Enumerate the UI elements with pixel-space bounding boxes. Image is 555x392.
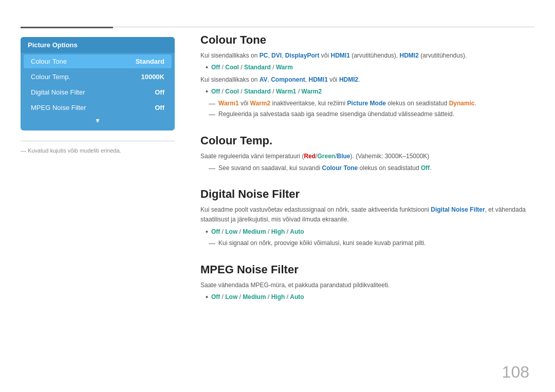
menu-value-digital-noise: Off [155, 88, 164, 96]
colour-tone-dash2: — Reguleerida ja salvestada saab iga sea… [200, 109, 534, 120]
section-mpeg-noise: MPEG Noise Filter Saate vähendada MPEG-m… [200, 263, 534, 303]
menu-down-arrow: ▼ [21, 116, 175, 126]
section-colour-tone: Colour Tone Kui sisendallikaks on PC, DV… [200, 33, 534, 120]
mpeg-noise-body: Saate vähendada MPEG-müra, et pakkuda pa… [200, 281, 534, 303]
digital-noise-body: Kui seadme poolt vastuvõetav edastussign… [200, 205, 534, 248]
section-digital-noise: Digital Noise Filter Kui seadme poolt va… [200, 188, 534, 248]
colour-tone-bullet1: • Off / Cool / Standard / Warm [200, 63, 534, 73]
mpeg-noise-bullet1: • Off / Low / Medium / High / Auto [200, 292, 534, 303]
menu-value-mpeg-noise: Off [155, 104, 164, 111]
colour-tone-title: Colour Tone [200, 33, 534, 47]
left-panel: Picture Options Colour Tone Standard Col… [21, 37, 175, 154]
menu-label-colour-temp: Colour Temp. [31, 73, 70, 81]
menu-value-colour-tone: Standard [136, 58, 164, 65]
digital-noise-title: Digital Noise Filter [200, 188, 534, 201]
right-panel: Colour Tone Kui sisendallikaks on PC, DV… [200, 33, 534, 317]
menu-item-digital-noise[interactable]: Digital Noise Filter Off [24, 85, 172, 99]
page-number: 108 [502, 363, 529, 382]
colour-temp-body: Saate reguleerida värvi temperatuuri (Re… [200, 152, 534, 174]
colour-tone-p1: Kui sisendallikaks on PC, DVI, DisplayPo… [200, 51, 534, 61]
menu-label-mpeg-noise: MPEG Noise Filter [31, 104, 86, 111]
colour-tone-body: Kui sisendallikaks on PC, DVI, DisplayPo… [200, 51, 534, 120]
colour-temp-dash1: — See suvand on saadaval, kui suvandi Co… [200, 163, 534, 174]
menu-label-digital-noise: Digital Noise Filter [31, 88, 85, 96]
picture-options-box: Picture Options Colour Tone Standard Col… [21, 37, 175, 130]
menu-item-colour-temp[interactable]: Colour Temp. 10000K [24, 70, 172, 84]
digital-noise-dash1: — Kui signaal on nõrk, proovige kõiki võ… [200, 238, 534, 249]
top-divider-accent [21, 27, 113, 28]
menu-label-colour-tone: Colour Tone [31, 58, 67, 65]
colour-tone-dash1: — Warm1 või Warm2 inaktiveeritakse, kui … [200, 99, 534, 109]
menu-item-mpeg-noise[interactable]: MPEG Noise Filter Off [24, 101, 172, 115]
section-colour-temp: Colour Temp. Saate reguleerida värvi tem… [200, 134, 534, 174]
mpeg-noise-title: MPEG Noise Filter [200, 263, 534, 276]
colour-temp-title: Colour Temp. [200, 134, 534, 147]
digital-noise-bullet1: • Off / Low / Medium / High / Auto [200, 227, 534, 237]
note-section: — Kuvatud kujutis võib mudeliti erineda. [21, 141, 175, 154]
mpeg-noise-p1: Saate vähendada MPEG-müra, et pakkuda pa… [200, 281, 534, 290]
colour-tone-bullet2: • Off / Cool / Standard / Warm1 / Warm2 [200, 87, 534, 97]
menu-value-colour-temp: 10000K [141, 73, 164, 81]
colour-tone-p2: Kui sisendallikaks on AV, Component, HDM… [200, 75, 534, 85]
note-text: — Kuvatud kujutis võib mudeliti erineda. [21, 147, 121, 154]
picture-options-title: Picture Options [21, 37, 175, 53]
menu-item-colour-tone[interactable]: Colour Tone Standard [24, 54, 172, 68]
colour-temp-p1: Saate reguleerida värvi temperatuuri (Re… [200, 152, 534, 161]
digital-noise-p1: Kui seadme poolt vastuvõetav edastussign… [200, 205, 534, 225]
